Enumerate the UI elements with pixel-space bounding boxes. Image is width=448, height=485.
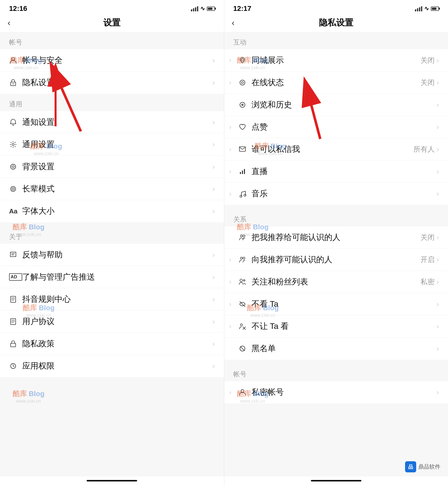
about-group: 反馈与帮助 › AD 了解与管理广告推送 › 抖音规则中心 › 用户协议 <box>0 244 224 377</box>
account-icon <box>9 56 22 64</box>
section-label-interaction: 互动 <box>224 32 448 49</box>
elder-icon <box>9 185 22 193</box>
recommend-me-arrow: › <box>437 233 439 241</box>
blacklist-icon <box>238 345 252 353</box>
leading-arrow-private: › <box>229 389 238 396</box>
feedback-icon <box>9 251 22 259</box>
user-agreement-arrow: › <box>212 318 215 326</box>
section-label-account-r: 帐号 <box>224 364 448 381</box>
not-let-see-label: 不让 Ta 看 <box>252 321 437 332</box>
list-item-blacklist[interactable]: 黑名单 › <box>224 337 448 360</box>
list-item-dm-permission[interactable]: › 谁可以私信我 所有人 › <box>224 138 448 160</box>
not-see-icon <box>238 300 252 308</box>
leading-arrow-follow: › <box>229 278 238 286</box>
list-item-permissions[interactable]: 应用权限 › <box>0 355 224 377</box>
list-item-local-show[interactable]: › 同城展示 关闭 › <box>224 49 448 71</box>
font-icon: Aa <box>9 207 22 215</box>
svg-point-34 <box>240 324 242 326</box>
private-account-label: 私密帐号 <box>252 387 437 398</box>
list-item-notifications[interactable]: 通知设置 › <box>0 111 224 133</box>
list-item-likes[interactable]: › 点赞 › <box>224 116 448 138</box>
status-bar-left: 12:16 ∿ <box>0 0 224 15</box>
signal-icon-right <box>415 6 422 11</box>
list-item-account-security[interactable]: 帐号与安全 › <box>0 49 224 71</box>
likes-arrow: › <box>437 123 439 131</box>
list-item-background[interactable]: 背景设置 › <box>0 156 224 178</box>
feedback-arrow: › <box>212 251 215 259</box>
private-account-arrow: › <box>437 388 439 396</box>
list-item-privacy-policy[interactable]: 隐私政策 › <box>0 333 224 355</box>
not-see-arrow: › <box>437 300 439 308</box>
list-item-not-see[interactable]: › 不看 Ta › <box>224 293 448 315</box>
svg-point-29 <box>240 257 242 259</box>
list-item-rules[interactable]: 抖音规则中心 › <box>0 288 224 310</box>
svg-rect-23 <box>242 171 243 174</box>
svg-point-27 <box>240 235 242 237</box>
status-icons-right: ∿ <box>415 5 439 12</box>
section-label-account: 帐号 <box>0 32 224 49</box>
leading-arrow-dm: › <box>229 145 238 153</box>
follow-fans-label: 关注和粉丝列表 <box>252 276 420 287</box>
list-item-online-status[interactable]: › 在线状态 关闭 › <box>224 71 448 94</box>
recommend-to-me-value: 开启 <box>420 255 435 264</box>
home-indicator-right <box>224 476 448 485</box>
ads-arrow: › <box>212 273 215 281</box>
account-security-label: 帐号与安全 <box>22 55 212 66</box>
svg-point-5 <box>12 166 14 168</box>
list-item-elder-mode[interactable]: 长辈模式 › <box>0 178 224 200</box>
list-item-follow-fans[interactable]: › 关注和粉丝列表 私密 › <box>224 271 448 293</box>
list-item-ads[interactable]: AD 了解与管理广告推送 › <box>0 266 224 288</box>
wifi-icon: ∿ <box>200 5 205 12</box>
permissions-icon <box>9 362 22 370</box>
recommend-to-me-arrow: › <box>437 256 439 264</box>
ads-label: 了解与管理广告推送 <box>22 272 212 283</box>
likes-label: 点赞 <box>252 122 437 133</box>
font-size-label: 字体大小 <box>22 206 212 217</box>
settings-content: 帐号 帐号与安全 › 隐私设置 › 通用 <box>0 32 224 476</box>
ads-icon: AD <box>9 273 22 281</box>
page-title-left: 设置 <box>103 17 120 29</box>
svg-point-32 <box>243 280 245 281</box>
account-group: 帐号与安全 › 隐私设置 › <box>0 49 224 94</box>
list-item-general-settings[interactable]: 通用设置 › <box>0 133 224 156</box>
list-item-browse-history[interactable]: 浏览和历史 › <box>224 94 448 116</box>
bottom-logo: 品 鼎品软件 <box>405 461 440 472</box>
list-item-private-account[interactable]: › 私密帐号 › <box>224 381 448 403</box>
private-account-icon <box>238 388 252 396</box>
home-indicator-left <box>0 476 224 485</box>
live-icon <box>238 167 252 176</box>
dm-icon <box>238 145 252 153</box>
elder-mode-label: 长辈模式 <box>22 183 212 195</box>
nav-header-left: ‹ 设置 <box>0 15 224 32</box>
svg-point-15 <box>241 59 244 61</box>
dm-arrow: › <box>437 145 439 153</box>
back-button-left[interactable]: ‹ <box>8 18 10 28</box>
list-item-feedback[interactable]: 反馈与帮助 › <box>0 244 224 266</box>
list-item-recommend-me[interactable]: 把我推荐给可能认识的人 关闭 › <box>224 226 448 249</box>
list-item-live[interactable]: › 直播 › <box>224 160 448 183</box>
list-item-music[interactable]: › 音乐 › <box>224 183 448 205</box>
privacy-icon <box>9 79 22 87</box>
page-title-right: 隐私设置 <box>319 17 353 29</box>
privacy-policy-label: 隐私政策 <box>22 338 212 349</box>
general-settings-label: 通用设置 <box>22 139 212 150</box>
list-item-recommend-to-me[interactable]: › 向我推荐可能认识的人 开启 › <box>224 249 448 271</box>
list-item-font-size[interactable]: Aa 字体大小 › <box>0 200 224 222</box>
music-arrow: › <box>437 190 439 198</box>
gear-icon <box>9 140 22 149</box>
svg-rect-24 <box>244 169 245 174</box>
follow-fans-arrow: › <box>437 278 439 286</box>
agreement-icon <box>9 318 22 326</box>
leading-arrow-live: › <box>229 167 238 175</box>
blacklist-arrow: › <box>437 345 439 353</box>
privacy-policy-arrow: › <box>212 340 215 348</box>
background-settings-arrow: › <box>212 163 215 171</box>
recommend-me-value: 关闭 <box>420 233 435 242</box>
follow-fans-value: 私密 <box>420 277 435 287</box>
back-button-right[interactable]: ‹ <box>232 18 235 28</box>
svg-rect-11 <box>11 343 16 347</box>
list-item-user-agreement[interactable]: 用户协议 › <box>0 310 224 333</box>
status-bar-right: 12:17 ∿ <box>224 0 448 15</box>
list-item-privacy-settings[interactable]: 隐私设置 › <box>0 71 224 94</box>
list-item-not-let-see[interactable]: › 不让 Ta 看 › <box>224 315 448 337</box>
